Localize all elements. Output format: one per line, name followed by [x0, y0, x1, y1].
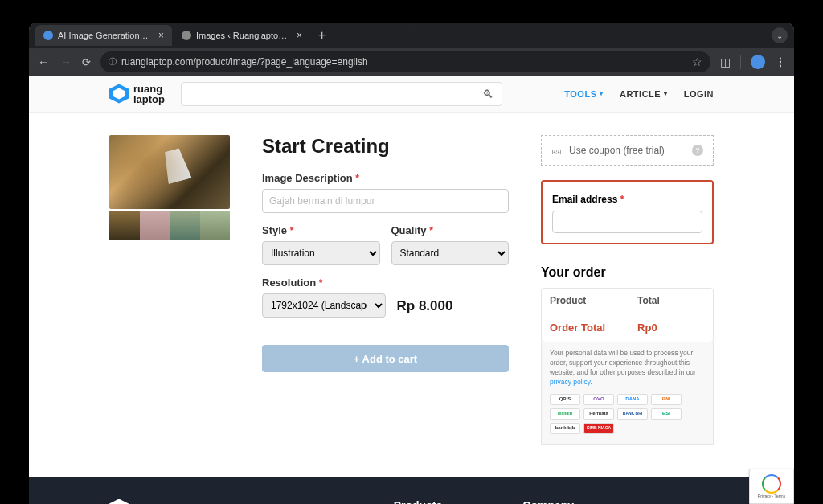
nav-article[interactable]: ARTICLE ▾	[620, 89, 668, 99]
image-description-label: Image Description *	[262, 172, 509, 184]
site-info-icon[interactable]: ⓘ	[109, 56, 117, 68]
order-col-product: Product	[550, 295, 637, 306]
thumbnail[interactable]	[109, 211, 140, 240]
site-logo[interactable]: ruang laptop	[109, 84, 165, 104]
browser-tab-active[interactable]: AI Image Generation Tool - N ×	[35, 25, 172, 46]
tab-title: AI Image Generation Tool - N	[58, 31, 150, 40]
site-footer: ruang Products Company	[29, 477, 794, 504]
close-icon[interactable]: ×	[158, 30, 164, 41]
order-total-value: Rp0	[637, 322, 705, 334]
ticket-icon: 🎫︎	[551, 144, 563, 157]
thumbnail[interactable]	[140, 211, 170, 240]
order-summary-table: Product Total Order Total Rp0	[541, 288, 714, 342]
chevron-down-icon: ▾	[664, 90, 668, 97]
recaptcha-text: Privacy - Terms	[758, 494, 785, 498]
footer-logo[interactable]: ruang	[109, 499, 169, 504]
favicon-icon	[43, 31, 53, 40]
thumbnail[interactable]	[170, 211, 200, 240]
payment-bsi: BSI	[651, 408, 682, 420]
order-col-total: Total	[637, 295, 705, 306]
thumbnail[interactable]	[200, 211, 231, 240]
coupon-toggle[interactable]: 🎫︎ Use coupon (free trial) ?	[541, 135, 714, 166]
payment-mandiri: mandiri	[550, 408, 580, 420]
coupon-label: Use coupon (free trial)	[569, 145, 665, 156]
image-description-input[interactable]	[262, 189, 509, 213]
browser-toolbar: ← → ⟳ ⓘ ruanglaptop.com/product/image/?p…	[29, 48, 794, 76]
payment-qris: QRIS	[550, 394, 580, 405]
payment-bri: BANK BRI	[617, 408, 648, 420]
payment-ovo: OVO	[583, 394, 614, 405]
email-label: Email address *	[552, 194, 624, 205]
site-search[interactable]: 🔍︎	[181, 82, 502, 106]
laptop-camera	[409, 27, 414, 31]
forward-button: →	[59, 55, 72, 68]
price-display: Rp 8.000	[397, 298, 453, 318]
main-content: Start Creating Image Description * Style…	[29, 113, 794, 477]
extensions-icon[interactable]: ◫	[720, 55, 731, 68]
tab-title: Images ‹ Ruanglaptop Portal	[196, 31, 289, 40]
product-main-image[interactable]	[109, 135, 230, 209]
page-viewport[interactable]: ruang laptop 🔍︎ TOOLS ▾ ARTICLE ▾ LOGIN	[29, 76, 794, 504]
order-total-label: Order Total	[550, 322, 637, 334]
resolution-label: Resolution *	[262, 277, 386, 289]
product-gallery	[109, 135, 230, 445]
email-field-group: Email address *	[541, 180, 714, 244]
logo-mark-icon	[109, 499, 129, 504]
payment-dana: DANA	[617, 394, 648, 405]
payment-bjb: bank bjb	[550, 423, 580, 434]
browser-tab[interactable]: Images ‹ Ruanglaptop Portal ×	[174, 25, 310, 46]
thumbnail-strip	[109, 211, 230, 240]
logo-text: ruang laptop	[133, 84, 165, 104]
main-nav: TOOLS ▾ ARTICLE ▾ LOGIN	[564, 89, 714, 99]
payment-methods: QRIS OVO DANA BNI mandiri Permata BANK B…	[550, 394, 705, 434]
privacy-policy-link[interactable]: privacy policy	[550, 378, 590, 386]
nav-tools[interactable]: TOOLS ▾	[564, 89, 604, 99]
add-to-cart-button[interactable]: + Add to cart	[262, 345, 509, 372]
quality-label: Quality *	[391, 224, 510, 236]
back-button[interactable]: ←	[37, 55, 50, 68]
footer-company-heading: Company	[522, 499, 574, 504]
page-title: Start Creating	[262, 135, 509, 158]
payment-permata: Permata	[583, 408, 614, 420]
quality-select[interactable]: Standard	[391, 241, 510, 265]
window-minimize-icon[interactable]: ⌄	[772, 27, 788, 43]
menu-icon[interactable]: ⋮	[775, 55, 786, 68]
favicon-icon	[182, 31, 191, 40]
nav-login[interactable]: LOGIN	[684, 89, 714, 99]
help-icon[interactable]: ?	[692, 145, 703, 156]
divider	[740, 55, 741, 69]
order-heading: Your order	[541, 265, 714, 280]
new-tab-button[interactable]: +	[312, 28, 332, 43]
site-header: ruang laptop 🔍︎ TOOLS ▾ ARTICLE ▾ LOGIN	[29, 76, 794, 113]
order-sidebar: 🎫︎ Use coupon (free trial) ? Email addre…	[541, 135, 714, 445]
chevron-down-icon: ▾	[600, 90, 604, 97]
style-select[interactable]: Illustration	[262, 241, 380, 265]
privacy-note: Your personal data will be used to proce…	[541, 342, 714, 445]
recaptcha-badge[interactable]: Privacy - Terms	[749, 469, 794, 504]
search-input[interactable]	[190, 88, 482, 100]
recaptcha-icon	[762, 474, 781, 494]
resolution-select[interactable]: 1792x1024 (Landscape)	[262, 293, 386, 318]
style-label: Style *	[262, 224, 380, 236]
payment-bni: BNI	[651, 394, 682, 405]
close-icon[interactable]: ×	[297, 30, 302, 41]
reload-button[interactable]: ⟳	[82, 56, 91, 68]
product-form: Start Creating Image Description * Style…	[262, 135, 509, 445]
url-text: ruanglaptop.com/product/image/?page_lang…	[121, 56, 368, 68]
profile-avatar[interactable]	[751, 55, 765, 69]
search-icon[interactable]: 🔍︎	[482, 88, 493, 100]
footer-products-heading: Products	[394, 499, 443, 504]
address-bar[interactable]: ⓘ ruanglaptop.com/product/image/?page_la…	[100, 51, 710, 72]
email-input[interactable]	[552, 211, 702, 233]
logo-mark-icon	[109, 84, 129, 104]
bookmark-icon[interactable]: ☆	[692, 55, 702, 68]
payment-cimb: CIMB NIAGA	[583, 423, 614, 434]
